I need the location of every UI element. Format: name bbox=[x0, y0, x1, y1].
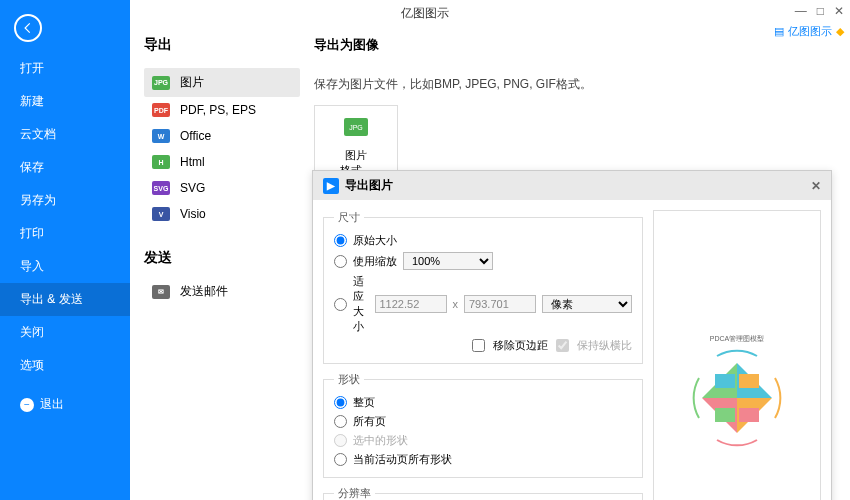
export-type-panel: 导出 JPG图片PDFPDF, PS, EPSWOfficeHHtmlSVGSV… bbox=[130, 0, 300, 500]
preview-panel: PDCA管理图模型 bbox=[653, 210, 821, 500]
svg-rect-1 bbox=[739, 374, 759, 388]
sidebar-item[interactable]: 打印 bbox=[0, 217, 130, 250]
height-input[interactable] bbox=[464, 295, 536, 313]
export-format-item[interactable]: PDFPDF, PS, EPS bbox=[144, 97, 300, 123]
exit-icon: − bbox=[20, 398, 34, 412]
svg-rect-2 bbox=[739, 408, 759, 422]
off-icon: W bbox=[152, 129, 170, 143]
send-heading: 发送 bbox=[144, 249, 300, 267]
label-selected: 选中的形状 bbox=[353, 433, 408, 448]
detail-heading: 导出为图像 bbox=[314, 36, 836, 54]
sidebar-item[interactable]: 选项 bbox=[0, 349, 130, 382]
export-format-item[interactable]: WOffice bbox=[144, 123, 300, 149]
unit-select[interactable]: 像素 bbox=[542, 295, 632, 313]
export-item-label: Visio bbox=[180, 207, 206, 221]
export-item-label: Office bbox=[180, 129, 211, 143]
label-current: 当前活动页所有形状 bbox=[353, 452, 452, 467]
sidebar-item[interactable]: 另存为 bbox=[0, 184, 130, 217]
export-format-item[interactable]: JPG图片 bbox=[144, 68, 300, 97]
export-format-item[interactable]: VVisio bbox=[144, 201, 300, 227]
res-legend: 分辨率 bbox=[334, 486, 375, 500]
chat-icon: ▤ bbox=[774, 25, 784, 38]
tile-icon: JPG bbox=[344, 118, 368, 136]
jpg-icon: JPG bbox=[152, 76, 170, 90]
htm-icon: H bbox=[152, 155, 170, 169]
dialog-close-icon[interactable]: ✕ bbox=[811, 179, 821, 193]
shape-legend: 形状 bbox=[334, 372, 364, 387]
label-original: 原始大小 bbox=[353, 233, 397, 248]
radio-current[interactable] bbox=[334, 453, 347, 466]
preview-title: PDCA管理图模型 bbox=[710, 334, 764, 344]
res-fieldset: 分辨率 屏幕 打印机 来源 自定义 ▲▼ x ▲▼ 像素 / 英寸 bbox=[323, 486, 643, 500]
export-item-label: SVG bbox=[180, 181, 205, 195]
export-item-label: 图片 bbox=[180, 74, 204, 91]
brand-text: 亿图图示 bbox=[788, 24, 832, 39]
detail-desc: 保存为图片文件，比如BMP, JPEG, PNG, GIF格式。 bbox=[314, 76, 836, 93]
label-fit: 适应大小 bbox=[353, 274, 369, 334]
radio-full[interactable] bbox=[334, 396, 347, 409]
radio-scale[interactable] bbox=[334, 255, 347, 268]
width-input[interactable] bbox=[375, 295, 447, 313]
diamond-icon: ◆ bbox=[836, 25, 844, 38]
maximize-icon[interactable]: □ bbox=[817, 4, 824, 18]
sidebar: 打开新建云文档保存另存为打印导入导出 & 发送关闭选项 − 退出 bbox=[0, 0, 130, 500]
app-title: 亿图图示 bbox=[401, 5, 449, 22]
scale-select[interactable]: 100% bbox=[403, 252, 493, 270]
send-mail-label: 发送邮件 bbox=[180, 283, 228, 300]
brand-badge[interactable]: ▤ 亿图图示 ◆ bbox=[774, 24, 844, 39]
minimize-icon[interactable]: — bbox=[795, 4, 807, 18]
label-scale: 使用缩放 bbox=[353, 254, 397, 269]
sidebar-item[interactable]: 新建 bbox=[0, 85, 130, 118]
dialog-title: 导出图片 bbox=[345, 177, 393, 194]
export-heading: 导出 bbox=[144, 36, 300, 54]
export-item-label: PDF, PS, EPS bbox=[180, 103, 256, 117]
close-icon[interactable]: ✕ bbox=[834, 4, 844, 18]
preview-image bbox=[677, 348, 797, 458]
sidebar-item[interactable]: 导出 & 发送 bbox=[0, 283, 130, 316]
svg-rect-0 bbox=[715, 374, 735, 388]
svg-icon: SVG bbox=[152, 181, 170, 195]
label-full: 整页 bbox=[353, 395, 375, 410]
sidebar-item[interactable]: 保存 bbox=[0, 151, 130, 184]
remove-margin-label: 移除页边距 bbox=[493, 338, 548, 353]
size-fieldset: 尺寸 原始大小 使用缩放 100% 适应大小 x 像素 移除页边距 保持纵横比 bbox=[323, 210, 643, 364]
size-legend: 尺寸 bbox=[334, 210, 364, 225]
export-format-item[interactable]: HHtml bbox=[144, 149, 300, 175]
shape-fieldset: 形状 整页 所有页 选中的形状 当前活动页所有形状 bbox=[323, 372, 643, 478]
keep-ratio-check[interactable] bbox=[556, 339, 569, 352]
tile-line1: 图片 bbox=[323, 148, 389, 163]
dialog-titlebar: ▶ 导出图片 ✕ bbox=[313, 171, 831, 200]
sidebar-item[interactable]: 导入 bbox=[0, 250, 130, 283]
radio-original[interactable] bbox=[334, 234, 347, 247]
radio-selected bbox=[334, 434, 347, 447]
export-format-item[interactable]: SVGSVG bbox=[144, 175, 300, 201]
radio-fit[interactable] bbox=[334, 298, 347, 311]
sidebar-item[interactable]: 打开 bbox=[0, 52, 130, 85]
radio-all[interactable] bbox=[334, 415, 347, 428]
sidebar-item[interactable]: 关闭 bbox=[0, 316, 130, 349]
sidebar-item[interactable]: 云文档 bbox=[0, 118, 130, 151]
sidebar-item-exit[interactable]: − 退出 bbox=[0, 388, 130, 421]
export-item-label: Html bbox=[180, 155, 205, 169]
dialog-icon: ▶ bbox=[323, 178, 339, 194]
send-mail-item[interactable]: ✉ 发送邮件 bbox=[144, 277, 300, 306]
pdf-icon: PDF bbox=[152, 103, 170, 117]
vis-icon: V bbox=[152, 207, 170, 221]
mail-icon: ✉ bbox=[152, 285, 170, 299]
svg-rect-3 bbox=[715, 408, 735, 422]
keep-ratio-label: 保持纵横比 bbox=[577, 338, 632, 353]
export-image-dialog: ▶ 导出图片 ✕ 尺寸 原始大小 使用缩放 100% 适应大小 x 像素 移除页… bbox=[312, 170, 832, 500]
exit-label: 退出 bbox=[40, 396, 64, 413]
label-all: 所有页 bbox=[353, 414, 386, 429]
remove-margin-check[interactable] bbox=[472, 339, 485, 352]
